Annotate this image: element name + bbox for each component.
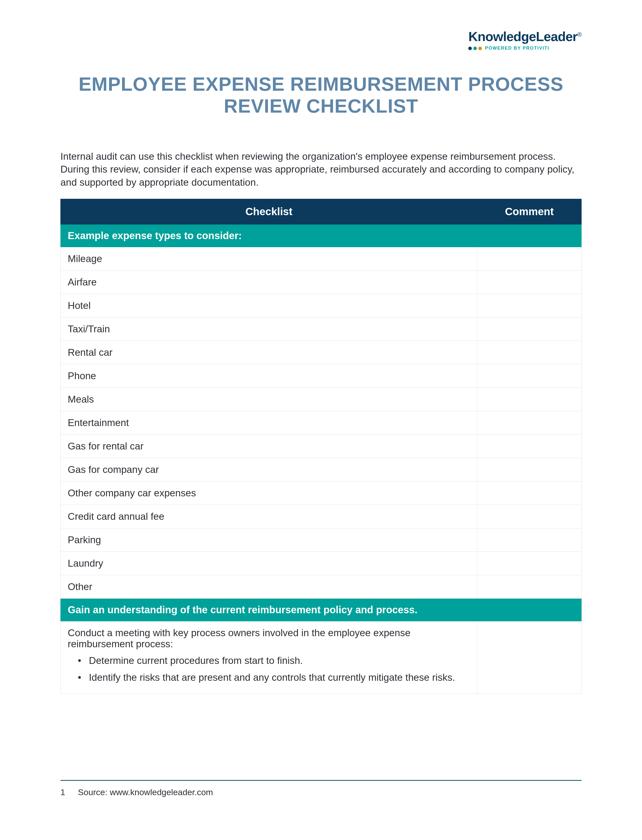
section-heading: Gain an understanding of the current rei… bbox=[61, 599, 582, 621]
checklist-cell: Phone bbox=[61, 364, 477, 388]
comment-cell[interactable] bbox=[477, 317, 582, 341]
comment-cell[interactable] bbox=[477, 575, 582, 599]
section-heading-row: Example expense types to consider: bbox=[61, 224, 582, 247]
checklist-cell: Rental car bbox=[61, 341, 477, 364]
brand-name-text: KnowledgeLeader bbox=[468, 29, 577, 44]
checklist-cell: Conduct a meeting with key process owner… bbox=[61, 621, 477, 694]
comment-cell[interactable] bbox=[477, 411, 582, 435]
checklist-cell: Hotel bbox=[61, 294, 477, 317]
comment-cell[interactable] bbox=[477, 364, 582, 388]
footer-source: Source: www.knowledgeleader.com bbox=[78, 787, 213, 797]
table-row: Credit card annual fee bbox=[61, 505, 582, 528]
checklist-cell: Gas for rental car bbox=[61, 435, 477, 458]
checklist-cell: Other bbox=[61, 575, 477, 599]
comment-cell[interactable] bbox=[477, 388, 582, 411]
page-number: 1 bbox=[60, 787, 76, 797]
table-row: Gas for rental car bbox=[61, 435, 582, 458]
checklist-cell: Credit card annual fee bbox=[61, 505, 477, 528]
page-title: EMPLOYEE EXPENSE REIMBURSEMENT PROCESS R… bbox=[60, 73, 582, 117]
section-heading: Example expense types to consider: bbox=[61, 224, 582, 247]
table-row: Conduct a meeting with key process owner… bbox=[61, 621, 582, 694]
footer-rule bbox=[60, 780, 582, 781]
comment-cell[interactable] bbox=[477, 505, 582, 528]
table-row: Hotel bbox=[61, 294, 582, 317]
table-row: Other bbox=[61, 575, 582, 599]
checklist-cell: Gas for company car bbox=[61, 458, 477, 481]
checklist-cell: Mileage bbox=[61, 247, 477, 271]
table-header-row: Checklist Comment bbox=[61, 199, 582, 224]
brand-name: KnowledgeLeader® bbox=[468, 29, 582, 44]
brand-reg: ® bbox=[577, 31, 582, 38]
comment-cell[interactable] bbox=[477, 621, 582, 694]
dot-icon bbox=[473, 47, 477, 50]
brand-subline: POWERED BY PROTIVITI bbox=[468, 45, 582, 51]
comment-cell[interactable] bbox=[477, 247, 582, 271]
footer-text: 1 Source: www.knowledgeleader.com bbox=[60, 787, 582, 797]
checklist-cell: Entertainment bbox=[61, 411, 477, 435]
header-checklist: Checklist bbox=[61, 199, 477, 224]
table-row: Entertainment bbox=[61, 411, 582, 435]
comment-cell[interactable] bbox=[477, 435, 582, 458]
checklist-cell: Airfare bbox=[61, 271, 477, 294]
table-row: Gas for company car bbox=[61, 458, 582, 481]
comment-cell[interactable] bbox=[477, 294, 582, 317]
section-heading-row: Gain an understanding of the current rei… bbox=[61, 599, 582, 621]
checklist-table: Checklist Comment Example expense types … bbox=[60, 199, 582, 694]
table-row: Meals bbox=[61, 388, 582, 411]
table-row: Rental car bbox=[61, 341, 582, 364]
dot-icon bbox=[468, 47, 472, 50]
bullet-item: Identify the risks that are present and … bbox=[78, 671, 470, 684]
header-comment: Comment bbox=[477, 199, 582, 224]
comment-cell[interactable] bbox=[477, 481, 582, 505]
comment-cell[interactable] bbox=[477, 528, 582, 552]
brand-tagline: POWERED BY PROTIVITI bbox=[485, 45, 550, 51]
table-row: Phone bbox=[61, 364, 582, 388]
comment-cell[interactable] bbox=[477, 458, 582, 481]
table-row: Laundry bbox=[61, 552, 582, 575]
table-row: Mileage bbox=[61, 247, 582, 271]
checklist-cell: Meals bbox=[61, 388, 477, 411]
dot-icon bbox=[478, 47, 482, 50]
page-footer: 1 Source: www.knowledgeleader.com bbox=[60, 780, 582, 797]
comment-cell[interactable] bbox=[477, 271, 582, 294]
checklist-cell: Taxi/Train bbox=[61, 317, 477, 341]
brand-dots bbox=[468, 47, 482, 50]
table-row: Airfare bbox=[61, 271, 582, 294]
checklist-cell: Laundry bbox=[61, 552, 477, 575]
table-row: Parking bbox=[61, 528, 582, 552]
checklist-cell: Parking bbox=[61, 528, 477, 552]
table-row: Other company car expenses bbox=[61, 481, 582, 505]
complex-lead: Conduct a meeting with key process owner… bbox=[68, 627, 470, 650]
checklist-cell: Other company car expenses bbox=[61, 481, 477, 505]
bullet-item: Determine current procedures from start … bbox=[78, 654, 470, 668]
brand-block: KnowledgeLeader® POWERED BY PROTIVITI bbox=[468, 29, 582, 51]
comment-cell[interactable] bbox=[477, 341, 582, 364]
intro-paragraph: Internal audit can use this checklist wh… bbox=[60, 150, 582, 189]
complex-bullets: Determine current procedures from start … bbox=[68, 654, 470, 684]
table-row: Taxi/Train bbox=[61, 317, 582, 341]
comment-cell[interactable] bbox=[477, 552, 582, 575]
